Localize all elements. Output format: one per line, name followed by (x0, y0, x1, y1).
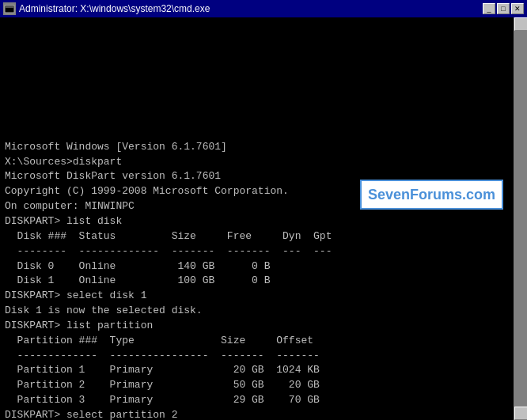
window-controls[interactable]: _ □ ✕ (483, 3, 524, 14)
window-title: Administrator: X:\windows\system32\cmd.e… (19, 3, 210, 14)
terminal-line: Partition 3 Primary 29 GB 70 GB (5, 393, 506, 408)
terminal-line: DISKPART> select partition 2 (5, 408, 506, 420)
scroll-up-button[interactable]: ▲ (514, 17, 527, 31)
terminal-line: Disk 0 Online 140 GB 0 B (5, 259, 506, 274)
terminal-line: Disk 1 Online 100 GB 0 B (5, 274, 506, 289)
terminal-line: DISKPART> list disk (5, 214, 506, 229)
scroll-down-button[interactable]: ▼ (514, 407, 527, 420)
scrollbar[interactable]: ▲ ▼ (514, 17, 527, 420)
terminal-line: Disk ### Status Size Free Dyn Gpt (5, 229, 506, 244)
terminal-line: Partition ### Type Size Offset (5, 334, 506, 349)
svg-rect-2 (6, 6, 13, 8)
terminal-line: Microsoft Windows [Version 6.1.7601] (5, 140, 506, 155)
terminal-line: Partition 1 Primary 20 GB 1024 KB (5, 363, 506, 378)
terminal-line: DISKPART> list partition (5, 319, 506, 334)
close-button[interactable]: ✕ (511, 3, 524, 14)
watermark: SevenForums.com (360, 180, 503, 210)
title-bar: Administrator: X:\windows\system32\cmd.e… (0, 0, 527, 17)
terminal-area[interactable]: SevenForums.com Microsoft Windows [Versi… (0, 17, 527, 420)
minimize-button[interactable]: _ (483, 3, 495, 14)
terminal-line: X:\Sources>diskpart (5, 155, 506, 170)
terminal-line: Partition 2 Primary 50 GB 20 GB (5, 378, 506, 393)
terminal-line: Disk 1 is now the selected disk. (5, 304, 506, 319)
window-icon (3, 2, 16, 15)
terminal-line: ------------- ---------------- ------- -… (5, 349, 506, 364)
terminal-line: -------- ------------- ------- ------- -… (5, 244, 506, 259)
maximize-button[interactable]: □ (497, 3, 510, 14)
terminal-line: DISKPART> select disk 1 (5, 289, 506, 304)
